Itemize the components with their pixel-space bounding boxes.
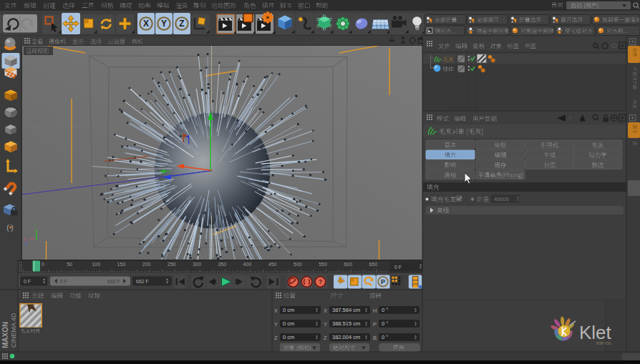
svg-text:Y: Y [161, 19, 167, 29]
svg-text:550: 550 [319, 262, 327, 267]
svg-text:0 cm: 0 cm [283, 307, 294, 313]
svg-text:Y: Y [274, 321, 278, 328]
svg-text:?: ? [319, 278, 322, 285]
svg-text:388.515 cm: 388.515 cm [332, 320, 360, 327]
svg-text:0 °: 0 ° [382, 334, 388, 340]
svg-text:662 F: 662 F [136, 279, 149, 284]
svg-text:0 °: 0 ° [382, 307, 388, 313]
svg-text:0 F: 0 F [60, 279, 67, 284]
svg-text:0 °: 0 ° [382, 320, 388, 327]
svg-text:X: X [324, 308, 327, 314]
svg-text:650: 650 [369, 262, 378, 267]
svg-text:387.584 cm: 387.584 cm [332, 307, 360, 313]
svg-text:450: 450 [268, 262, 277, 267]
svg-text:0 F: 0 F [24, 279, 31, 284]
svg-text:200: 200 [142, 262, 151, 267]
svg-text:0 cm: 0 cm [283, 320, 294, 327]
svg-text:300: 300 [193, 262, 201, 267]
svg-text:250: 250 [168, 262, 176, 267]
svg-text:382.004 cm: 382.004 cm [332, 334, 360, 340]
svg-text:H: H [373, 308, 377, 314]
svg-text:MAXON: MAXON [1, 322, 9, 348]
svg-text:662 F: 662 F [107, 279, 120, 284]
svg-text:Klet: Klet [579, 322, 612, 343]
svg-text:40000: 40000 [494, 196, 509, 202]
svg-text:X: X [143, 19, 149, 29]
svg-text:Z: Z [179, 19, 184, 29]
svg-text:0: 0 [42, 262, 44, 267]
svg-text:50: 50 [67, 262, 72, 267]
svg-text:600: 600 [344, 262, 352, 267]
svg-text:P: P [373, 321, 377, 328]
svg-text:500: 500 [294, 262, 302, 267]
svg-text:0 F: 0 F [394, 265, 402, 270]
svg-text:150: 150 [117, 262, 126, 267]
svg-text:100: 100 [92, 262, 100, 267]
svg-text:FOR YOU: FOR YOU [596, 342, 611, 345]
svg-text:X: X [274, 308, 278, 314]
svg-text:Z: Z [324, 335, 327, 341]
svg-text:Z: Z [25, 241, 28, 246]
svg-text:B: B [373, 335, 377, 341]
svg-text:350: 350 [218, 262, 226, 267]
svg-text:Z: Z [274, 335, 278, 341]
svg-text:P: P [381, 278, 385, 285]
svg-text:Y: Y [324, 321, 327, 328]
svg-text:400: 400 [243, 262, 252, 267]
svg-text:0 cm: 0 cm [283, 334, 294, 340]
svg-text:CINEMA 4D: CINEMA 4D [10, 313, 17, 348]
